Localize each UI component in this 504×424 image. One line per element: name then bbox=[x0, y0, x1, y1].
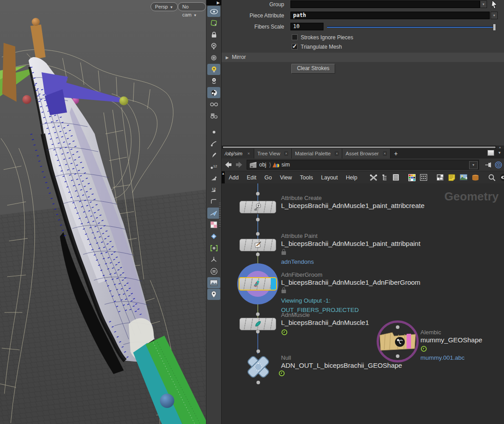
fibers-scale-input[interactable]: 10 bbox=[290, 23, 323, 30]
search-icon[interactable] bbox=[488, 174, 496, 181]
group-dropdown-button[interactable]: ▼ bbox=[480, 0, 487, 8]
piece-attribute-input[interactable]: path bbox=[290, 12, 490, 19]
bypass-badge-icon[interactable] bbox=[279, 370, 285, 376]
view-tool-icon[interactable] bbox=[207, 6, 220, 17]
triangulate-checkbox[interactable] bbox=[292, 44, 298, 50]
snap-disabled-icon[interactable] bbox=[207, 41, 220, 52]
path-segment-sim[interactable]: sim bbox=[281, 162, 290, 168]
color-palette-icon[interactable] bbox=[408, 174, 416, 181]
asset-bundle-icon[interactable] bbox=[472, 175, 479, 181]
fibers-scale-slider[interactable] bbox=[327, 24, 496, 30]
snapshot-image-icon[interactable] bbox=[207, 277, 220, 288]
pane-hscrollbar[interactable]: ▲ bbox=[222, 145, 504, 149]
list-view-icon[interactable] bbox=[393, 174, 399, 181]
menu-help[interactable]: Help bbox=[346, 175, 357, 181]
node-null[interactable] bbox=[245, 353, 272, 380]
menu-layout[interactable]: Layout bbox=[321, 175, 338, 181]
strokes-ignore-checkbox[interactable] bbox=[292, 34, 298, 40]
node-attribcreate[interactable] bbox=[239, 201, 276, 213]
node-adnfibergroom[interactable] bbox=[239, 277, 277, 291]
select-tool-icon[interactable] bbox=[207, 17, 220, 29]
clear-strokes-button[interactable]: Clear Strokes bbox=[291, 64, 335, 74]
node-name-label: mummy_GEOShape bbox=[420, 336, 482, 344]
bypass-badge-icon[interactable] bbox=[421, 346, 427, 352]
close-icon[interactable]: × bbox=[383, 151, 387, 156]
path-dropdown-button[interactable]: ▼ bbox=[469, 161, 478, 169]
pane-menu-icon[interactable]: ▼ bbox=[498, 151, 501, 155]
add-light-icon[interactable] bbox=[207, 75, 220, 87]
piece-attribute-dropdown-button[interactable]: ▼ bbox=[491, 12, 498, 19]
axis-handle-icon[interactable] bbox=[207, 254, 220, 265]
follow-focus-icon[interactable] bbox=[495, 161, 502, 169]
node-comment[interactable]: mummy.001.abc bbox=[420, 354, 465, 361]
node-adnmuscle[interactable] bbox=[239, 318, 276, 330]
geometry-node-icon bbox=[272, 162, 280, 168]
tab-asset-browser[interactable]: Asset Browser× bbox=[342, 149, 390, 158]
curve-handle-icon[interactable] bbox=[207, 196, 220, 207]
menu-view[interactable]: View bbox=[280, 175, 292, 181]
visibility-eye-icon[interactable] bbox=[500, 174, 504, 181]
pin-pane-icon[interactable] bbox=[484, 162, 493, 168]
node-comment[interactable]: adnTendons bbox=[281, 258, 314, 265]
menubar-collapse-handle[interactable]: ▲ bbox=[222, 171, 225, 183]
pen-tool-icon[interactable] bbox=[207, 150, 220, 161]
plane-tool-icon[interactable] bbox=[207, 208, 220, 219]
close-icon[interactable]: × bbox=[284, 151, 288, 156]
brush-stroke-icon[interactable] bbox=[207, 138, 220, 149]
sticky-note-icon[interactable] bbox=[448, 174, 455, 181]
diamond-icon[interactable] bbox=[207, 231, 220, 242]
toolbar-expand-handle[interactable]: ▶ bbox=[206, 0, 221, 5]
image-add-icon[interactable] bbox=[460, 174, 467, 181]
camera-dropdown[interactable]: No cam▼ bbox=[178, 2, 206, 11]
new-tab-button[interactable]: + bbox=[391, 149, 401, 158]
node-type-label: AdnMuscle bbox=[281, 312, 369, 318]
persp-dropdown[interactable]: Persp▼ bbox=[151, 2, 178, 11]
visibility-glasses-icon[interactable] bbox=[207, 99, 220, 110]
menu-edit[interactable]: Edit bbox=[247, 175, 256, 181]
material-glasses-icon[interactable] bbox=[207, 110, 220, 121]
node-type-label: Null bbox=[281, 354, 402, 361]
lock-icon[interactable] bbox=[207, 29, 220, 40]
layer-menu-icon[interactable] bbox=[207, 266, 220, 277]
display-flag[interactable] bbox=[271, 278, 276, 290]
tools-wrench-icon[interactable] bbox=[370, 174, 378, 181]
tab-tree-view[interactable]: Tree View× bbox=[254, 149, 292, 158]
piece-attribute-label: Piece Attribute bbox=[222, 12, 284, 19]
close-icon[interactable]: × bbox=[247, 151, 251, 156]
tab-material-palette[interactable]: Material Palette× bbox=[292, 149, 342, 158]
point-count-icon[interactable]: 12 bbox=[207, 161, 220, 172]
menu-go[interactable]: Go bbox=[265, 175, 272, 181]
mirror-section-header[interactable]: ▶Mirror bbox=[222, 53, 504, 62]
forward-button[interactable] bbox=[235, 161, 243, 168]
network-editor[interactable]: Geometry Attribute Create L_bicepsBrachi… bbox=[222, 183, 504, 424]
texture-checker-icon[interactable] bbox=[207, 219, 220, 230]
location-pin-icon[interactable] bbox=[207, 289, 220, 300]
path-segment-obj[interactable]: obj bbox=[259, 162, 266, 168]
bypass-badge-icon[interactable] bbox=[281, 329, 287, 335]
tree-hierarchy-icon[interactable] bbox=[382, 174, 388, 181]
point-marker-icon[interactable] bbox=[207, 126, 220, 137]
pane-maximize-icon[interactable] bbox=[487, 150, 494, 156]
slider-handle[interactable] bbox=[493, 24, 496, 31]
pane-resize-grip[interactable] bbox=[219, 203, 221, 228]
shading-mode-icon[interactable] bbox=[207, 87, 220, 98]
viewport-3d[interactable]: Persp▼ No cam▼ bbox=[0, 0, 206, 424]
menu-add[interactable]: Add bbox=[229, 175, 239, 181]
tab-obj-sim[interactable]: /obj/sim× bbox=[222, 149, 254, 158]
view-light-icon[interactable] bbox=[207, 64, 220, 75]
menu-tools[interactable]: Tools bbox=[300, 175, 313, 181]
network-path-field[interactable]: obj ⟩ sim ▼ bbox=[247, 160, 479, 170]
dotted-box-icon[interactable] bbox=[420, 174, 427, 181]
vertex-count-icon[interactable]: 12 bbox=[207, 184, 220, 195]
orbit-icon[interactable] bbox=[207, 52, 220, 63]
vertex-flag-icon[interactable] bbox=[207, 173, 220, 184]
uv-brackets-icon[interactable] bbox=[207, 242, 220, 254]
network-path-bar: obj ⟩ sim ▼ bbox=[222, 158, 504, 171]
group-input[interactable] bbox=[290, 0, 480, 8]
windows-layout-icon[interactable] bbox=[437, 174, 444, 181]
back-button[interactable] bbox=[224, 161, 232, 168]
node-attribpaint[interactable] bbox=[239, 239, 276, 251]
node-alembic[interactable] bbox=[379, 330, 416, 351]
close-icon[interactable]: × bbox=[335, 151, 339, 156]
reselect-pointer-icon[interactable] bbox=[491, 0, 499, 9]
